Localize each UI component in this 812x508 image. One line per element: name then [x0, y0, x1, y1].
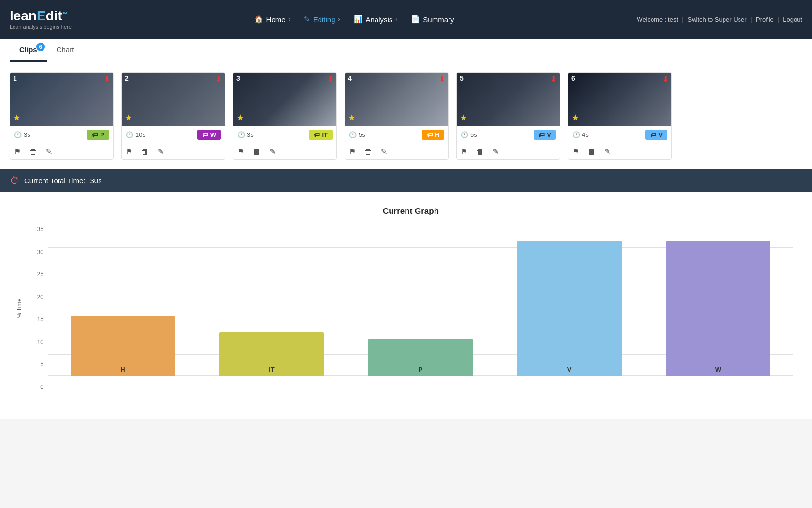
- clip-number: 1: [13, 75, 17, 82]
- bar-group: V: [495, 226, 644, 376]
- profile-link[interactable]: Profile: [756, 16, 774, 23]
- clip-info: 🕐 5s 🏷H: [345, 126, 448, 144]
- clip-tag: 🏷H: [422, 130, 444, 140]
- clip-thumbnail: 4 ⬇ ★: [345, 73, 448, 126]
- delete-button[interactable]: 🗑: [141, 148, 149, 156]
- clip-actions: ⚑ 🗑 ✎: [122, 144, 225, 159]
- clip-tag: 🏷V: [645, 130, 667, 140]
- clip-number: 5: [460, 75, 464, 82]
- clip-actions: ⚑ 🗑 ✎: [345, 144, 448, 159]
- switch-super-user-link[interactable]: Switch to Super User: [687, 16, 746, 23]
- download-icon[interactable]: ⬇: [662, 75, 668, 84]
- tag-icon: 🏷: [650, 131, 656, 138]
- clock-icon: 🕐: [572, 131, 580, 138]
- y-tick: 30: [29, 249, 44, 255]
- logo: leanEdit™: [10, 9, 72, 23]
- download-icon[interactable]: ⬇: [216, 75, 222, 84]
- edit-button[interactable]: ✎: [269, 147, 276, 156]
- tag-icon: 🏷: [202, 131, 208, 138]
- clip-time: 🕐 5s: [349, 131, 365, 138]
- flag-button[interactable]: ⚑: [126, 147, 132, 156]
- flag-button[interactable]: ⚑: [237, 147, 244, 156]
- clock-icon: 🕐: [237, 131, 245, 138]
- clip-time: 🕐 3s: [14, 131, 30, 138]
- edit-button[interactable]: ✎: [158, 147, 164, 156]
- nav-links: 🏠 Home › ✎ Editing › 📊 Analysis › 📄 Summ…: [248, 12, 460, 27]
- bar-group: W: [644, 226, 793, 376]
- y-axis-label: % Time: [16, 299, 23, 318]
- brand: leanEdit™ Lean analysis begins here: [10, 9, 72, 30]
- download-icon[interactable]: ⬇: [104, 75, 110, 84]
- y-tick: 5: [29, 361, 44, 368]
- bars-row: H IT P V W: [48, 226, 793, 390]
- delete-button[interactable]: 🗑: [253, 148, 261, 156]
- clip-info: 🕐 3s 🏷P: [10, 126, 113, 144]
- star-icon[interactable]: ★: [125, 112, 132, 123]
- clip-info: 🕐 4s 🏷V: [568, 126, 671, 144]
- clip-tag: 🏷P: [87, 130, 109, 140]
- y-axis: 05101520253035: [29, 226, 44, 390]
- flag-button[interactable]: ⚑: [14, 147, 21, 156]
- clock-icon: 🕐: [126, 131, 133, 138]
- graph-area: Current Graph % Time 05101520253035 H IT…: [0, 192, 812, 419]
- clip-info: 🕐 10s 🏷W: [122, 126, 225, 144]
- bar-group: P: [346, 226, 495, 376]
- clip-actions: ⚑ 🗑 ✎: [233, 144, 336, 159]
- delete-button[interactable]: 🗑: [588, 148, 595, 156]
- clock-icon: 🕐: [14, 131, 22, 138]
- delete-button[interactable]: 🗑: [29, 148, 37, 156]
- star-icon[interactable]: ★: [236, 112, 244, 123]
- chart-inner: 05101520253035 H IT P V W: [29, 226, 793, 390]
- clip-card: 1 ⬇ ★ 🕐 3s 🏷P ⚑ 🗑 ✎: [10, 72, 114, 160]
- summary-icon: 📄: [411, 15, 420, 24]
- tag-icon: 🏷: [427, 131, 433, 138]
- clip-tag: 🏷IT: [309, 130, 333, 140]
- nav-summary[interactable]: 📄 Summary: [405, 12, 460, 27]
- clock-icon: ⏱: [10, 175, 19, 186]
- bar: [517, 241, 622, 376]
- flag-button[interactable]: ⚑: [349, 147, 356, 156]
- star-icon[interactable]: ★: [571, 112, 579, 123]
- clip-card: 6 ⬇ ★ 🕐 4s 🏷V ⚑ 🗑 ✎: [568, 72, 672, 160]
- download-icon[interactable]: ⬇: [439, 75, 445, 84]
- tab-chart[interactable]: Chart: [47, 39, 84, 62]
- edit-button[interactable]: ✎: [604, 147, 610, 156]
- delete-button[interactable]: 🗑: [364, 148, 372, 156]
- clip-thumbnail: 2 ⬇ ★: [122, 73, 225, 126]
- flag-button[interactable]: ⚑: [572, 147, 579, 156]
- y-tick: 15: [29, 316, 44, 323]
- tabs: Clips 6 Chart: [10, 39, 802, 62]
- logout-link[interactable]: Logout: [783, 16, 802, 23]
- clock-icon: 🕐: [349, 131, 357, 138]
- tab-clips[interactable]: Clips 6: [10, 39, 47, 62]
- star-icon[interactable]: ★: [348, 112, 356, 123]
- download-icon[interactable]: ⬇: [551, 75, 557, 84]
- edit-button[interactable]: ✎: [46, 147, 52, 156]
- delete-button[interactable]: 🗑: [476, 148, 484, 156]
- nav-editing[interactable]: ✎ Editing ›: [298, 12, 346, 27]
- tag-icon: 🏷: [314, 131, 320, 138]
- edit-button[interactable]: ✎: [493, 147, 499, 156]
- analysis-icon: 📊: [354, 15, 363, 24]
- clip-number: 4: [348, 75, 352, 82]
- clip-info: 🕐 5s 🏷V: [457, 126, 560, 144]
- clip-tag: 🏷W: [197, 130, 221, 140]
- y-tick: 35: [29, 226, 44, 233]
- welcome-text: Welcome : test: [637, 16, 678, 23]
- tag-icon: 🏷: [92, 131, 98, 138]
- total-time-label: Current Total Time:: [24, 177, 85, 185]
- clip-time: 🕐 4s: [572, 131, 589, 138]
- edit-button[interactable]: ✎: [381, 147, 387, 156]
- star-icon[interactable]: ★: [460, 112, 467, 123]
- tagline: Lean analysis begins here: [10, 24, 72, 30]
- nav-analysis[interactable]: 📊 Analysis ›: [348, 12, 404, 27]
- flag-button[interactable]: ⚑: [461, 147, 467, 156]
- nav-home[interactable]: 🏠 Home ›: [248, 12, 296, 27]
- star-icon[interactable]: ★: [13, 112, 21, 123]
- clips-badge: 6: [36, 43, 45, 51]
- download-icon[interactable]: ⬇: [327, 75, 334, 84]
- y-tick: 0: [29, 384, 44, 390]
- clip-card: 3 ⬇ ★ 🕐 3s 🏷IT ⚑ 🗑 ✎: [233, 72, 337, 160]
- tabs-area: Clips 6 Chart: [0, 39, 812, 62]
- clip-card: 5 ⬇ ★ 🕐 5s 🏷V ⚑ 🗑 ✎: [456, 72, 560, 160]
